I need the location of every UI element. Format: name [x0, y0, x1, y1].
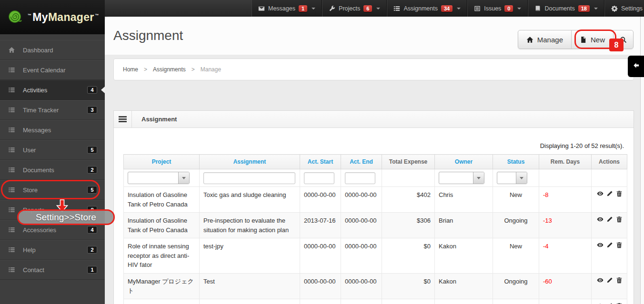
- chevron-down-icon: [312, 8, 315, 10]
- count-badge: 2: [87, 166, 97, 174]
- eye-icon[interactable]: [597, 216, 604, 223]
- pencil-icon[interactable]: [606, 216, 613, 223]
- count-badge: 3: [87, 106, 97, 114]
- sidebar-item-label: Dashboard: [23, 47, 97, 54]
- manage-button[interactable]: Manage: [518, 30, 572, 49]
- breadcrumb-separator: >: [144, 66, 147, 73]
- sidebar-item-label: Store: [23, 186, 87, 194]
- project-filter-select[interactable]: [128, 172, 190, 184]
- sidebar-item-event-calendar[interactable]: Event Calendar: [0, 60, 105, 80]
- pencil-icon[interactable]: [606, 190, 613, 197]
- assignment-filter-input[interactable]: [203, 172, 295, 184]
- page-header: Assignment Manage New: [105, 17, 644, 55]
- topnav-item-issues[interactable]: Issues0: [467, 0, 528, 17]
- sidebar-item-store[interactable]: Store5: [0, 180, 105, 200]
- select-value: [128, 172, 178, 184]
- page-title: Assignment: [113, 28, 183, 43]
- column-header-owner[interactable]: Owner: [435, 155, 493, 169]
- count-badge: 0: [504, 5, 513, 12]
- filter-cell-act-end: [341, 169, 382, 187]
- project-cell: Role of innate sensing receptor as direc…: [124, 238, 200, 274]
- column-header-actions: Actions: [592, 155, 627, 169]
- pencil-icon[interactable]: [606, 277, 613, 284]
- list-icon: [8, 206, 15, 213]
- act-end-cell: 0000-00-00: [341, 213, 382, 238]
- count-badge: 2: [87, 246, 97, 254]
- sidebar-item-messages[interactable]: Messages: [0, 120, 105, 140]
- assignment-cell: Toxic gas and sludge cleaning: [200, 187, 300, 213]
- wrench-icon: [329, 5, 335, 12]
- topnav-item-assignments[interactable]: Assignments34: [387, 0, 467, 17]
- chevron-down-icon: [517, 8, 521, 10]
- trash-icon[interactable]: [616, 190, 623, 197]
- assignment-panel: Assignment Displaying 1-20 of 52 result(…: [113, 110, 634, 304]
- sidebar-item-contact[interactable]: Contact1: [0, 260, 105, 280]
- sidebar-item-documents[interactable]: Documents2: [0, 160, 105, 180]
- sidebar-item-time-tracker[interactable]: Time Tracker3: [0, 100, 105, 120]
- eye-icon[interactable]: [597, 277, 604, 284]
- table-row: Insulation of JAL Fuel TankDesigning mar…: [124, 299, 627, 304]
- act-end-filter-input[interactable]: [345, 172, 375, 184]
- documents-icon: [534, 5, 541, 12]
- eye-icon[interactable]: [597, 242, 604, 248]
- assignment-cell: Designing marketing plan: [200, 299, 300, 304]
- active-item-arrow: [101, 87, 105, 93]
- topnav-item-label: Issues: [484, 5, 501, 12]
- owner-filter-select[interactable]: [439, 172, 484, 184]
- act-start-cell: 2013-07-16: [300, 213, 341, 238]
- topnav-item-settings[interactable]: Settings: [604, 0, 644, 17]
- column-header-act-start[interactable]: Act. Start: [300, 155, 341, 169]
- collapse-panel-button[interactable]: [628, 56, 644, 77]
- topnav-item-label: Projects: [339, 5, 360, 12]
- status-cell: Ongoing: [493, 273, 539, 299]
- filter-cell-rem-days: [539, 169, 592, 187]
- trash-icon[interactable]: [616, 277, 623, 284]
- status-cell: New: [493, 299, 539, 304]
- act-start-filter-input[interactable]: [304, 172, 334, 184]
- status-filter-select[interactable]: [497, 172, 527, 184]
- sidebar-item-label: Help: [23, 246, 87, 254]
- trash-icon[interactable]: [616, 303, 623, 304]
- new-button[interactable]: New: [572, 30, 614, 49]
- assignment-cell: Pre-inspection to evaluate the situation…: [200, 213, 300, 238]
- app-logo[interactable]: ™MyManager™: [0, 0, 105, 34]
- sidebar-item-activities[interactable]: Activities4: [0, 80, 105, 100]
- sidebar-item-help[interactable]: Help2: [0, 240, 105, 260]
- eye-icon[interactable]: [597, 190, 604, 197]
- owner-cell: Kakon: [435, 273, 493, 299]
- trash-icon[interactable]: [616, 242, 623, 248]
- chevron-down-icon: [473, 172, 484, 184]
- column-header-assignment[interactable]: Assignment: [200, 155, 300, 169]
- breadcrumb-item-home[interactable]: Home: [123, 66, 138, 73]
- topnav-item-documents[interactable]: Documents18: [528, 0, 604, 17]
- list-icon: [8, 167, 15, 173]
- panel-menu-button[interactable]: [114, 111, 132, 127]
- sidebar-item-label: Documents: [23, 167, 87, 174]
- breadcrumb-item-assignments[interactable]: Assignments: [153, 66, 186, 73]
- tm-mark: ™: [95, 13, 99, 18]
- arrow-left-icon: [633, 62, 640, 71]
- eye-icon[interactable]: [597, 303, 604, 304]
- count-badge: 4: [87, 86, 97, 94]
- topnav-item-messages[interactable]: Messages1: [252, 0, 322, 17]
- sidebar-item-dashboard[interactable]: Dashboard: [0, 40, 105, 60]
- filter-cell-actions: [592, 169, 627, 187]
- sidebar-item-user[interactable]: User5: [0, 140, 105, 160]
- pencil-icon[interactable]: [606, 242, 613, 248]
- status-cell: New: [493, 238, 539, 274]
- select-value: [497, 172, 516, 184]
- column-header-project[interactable]: Project: [124, 155, 200, 169]
- select-value: [439, 172, 473, 184]
- count-badge: 5: [87, 146, 97, 154]
- trash-icon[interactable]: [616, 216, 623, 223]
- annotation-step-badge: 8: [609, 39, 624, 51]
- issues-icon: [474, 5, 481, 12]
- column-header-act-end[interactable]: Act. End: [341, 155, 382, 169]
- list-icon: [8, 87, 15, 93]
- column-header-status[interactable]: Status: [493, 155, 539, 169]
- topnav-item-label: Settings: [621, 5, 643, 12]
- sidebar-item-label: Event Calendar: [23, 67, 97, 74]
- topnav-item-projects[interactable]: Projects6: [322, 0, 387, 17]
- table-header-row: ProjectAssignmentAct. StartAct. EndTotal…: [124, 155, 627, 169]
- pencil-icon[interactable]: [606, 303, 613, 304]
